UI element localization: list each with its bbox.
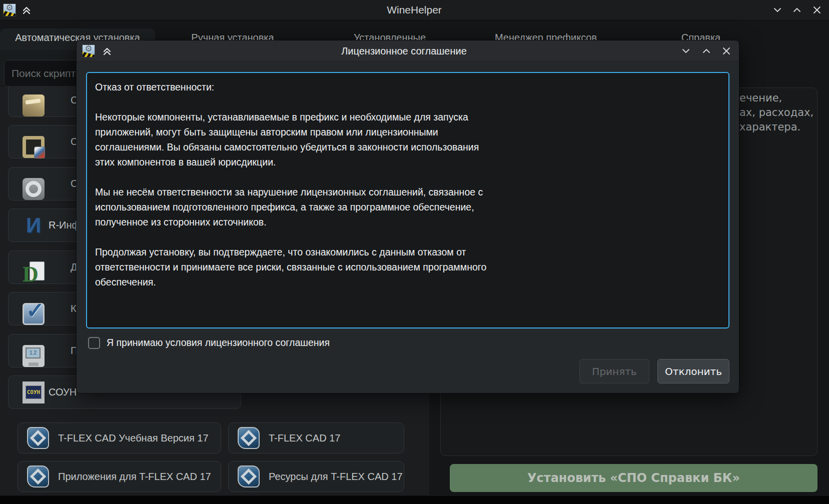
tflex-resources-button[interactable]: Ресурсы для T-FLEX CAD 17 bbox=[228, 461, 404, 492]
license-text-area[interactable]: Отказ от ответственности: Некоторые комп… bbox=[86, 72, 729, 328]
soun-badge-icon: СОУН bbox=[23, 382, 45, 404]
collapse-window-icon[interactable] bbox=[102, 46, 113, 58]
chevron-down-icon bbox=[772, 4, 783, 16]
dialog-titlebar: Лицензионное соглашение bbox=[77, 40, 739, 62]
install-spo-button[interactable]: Установить «СПО Справки БК» bbox=[450, 464, 817, 492]
license-dialog: Лицензионное соглашение Отказ от ответст… bbox=[76, 40, 739, 394]
window-titlebar: WineHelper bbox=[0, 0, 829, 20]
collapse-window-icon[interactable] bbox=[21, 4, 32, 18]
tflex-logo-icon bbox=[238, 427, 260, 449]
chevron-up-icon bbox=[701, 46, 712, 56]
tflex-apps-button[interactable]: Приложения для T-FLEX CAD 17 bbox=[18, 461, 221, 492]
letter-i-icon: И bbox=[23, 214, 45, 236]
folder-beige-icon bbox=[23, 94, 45, 116]
ring-icon bbox=[23, 178, 45, 200]
window-title: WineHelper bbox=[387, 4, 442, 16]
description-text: ечение, ах, расходах, характера. bbox=[739, 91, 824, 134]
dialog-close-button[interactable] bbox=[719, 44, 734, 58]
tflex-logo-icon bbox=[27, 427, 49, 449]
accept-license-checkbox[interactable] bbox=[88, 337, 100, 349]
monitor-icon bbox=[23, 345, 45, 367]
accept-button[interactable]: Принять bbox=[579, 359, 649, 384]
close-button[interactable] bbox=[809, 2, 824, 18]
app-icon bbox=[82, 44, 95, 58]
chevron-down-icon bbox=[680, 46, 691, 56]
green-d-document-icon bbox=[23, 262, 45, 284]
accept-license-label: Я принимаю условия лицензионного соглаше… bbox=[107, 337, 330, 348]
tflex-logo-icon bbox=[238, 466, 260, 488]
app-icon bbox=[3, 4, 16, 16]
tflex-cad-edu-button[interactable]: T-FLEX CAD Учебная Версия 17 bbox=[18, 422, 221, 454]
tflex-logo-icon bbox=[27, 466, 49, 488]
maximize-button[interactable] bbox=[789, 2, 804, 18]
dialog-maximize-button[interactable] bbox=[699, 44, 714, 58]
bottom-strip bbox=[0, 496, 829, 504]
decline-button[interactable]: Отклонить bbox=[657, 359, 729, 384]
close-icon bbox=[721, 46, 732, 56]
dialog-title: Лицензионное соглашение bbox=[341, 45, 467, 56]
license-text: Отказ от ответственности: Некоторые комп… bbox=[87, 73, 728, 296]
monitor-check-icon bbox=[23, 303, 45, 325]
screen: WineHelper Автоматическая установка Ручн… bbox=[0, 0, 829, 504]
tflex-cad-button[interactable]: T-FLEX CAD 17 bbox=[228, 422, 404, 454]
frame-document-icon bbox=[23, 136, 45, 158]
chevron-up-icon bbox=[791, 4, 802, 16]
dialog-minimize-button[interactable] bbox=[678, 44, 693, 58]
close-icon bbox=[811, 4, 822, 16]
minimize-button[interactable] bbox=[770, 2, 785, 18]
